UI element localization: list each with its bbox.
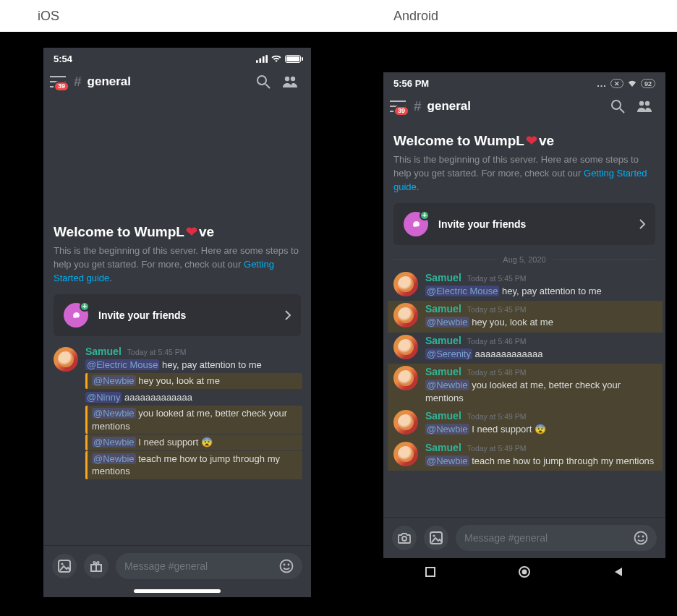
message[interactable]: SamuelToday at 5:49 PM@Newbie teach me h… [388, 440, 663, 471]
nav-recent-button[interactable] [425, 566, 436, 578]
search-icon [256, 74, 271, 89]
mention[interactable]: @Electric Mouse [425, 286, 499, 296]
mention[interactable]: @Newbie [425, 380, 469, 390]
mention[interactable]: @Newbie [425, 317, 469, 328]
message-placeholder: Message #general [464, 532, 548, 544]
message-line[interactable]: @Electric Mouse hey, pay attention to me [425, 283, 657, 299]
message-timestamp: Today at 5:48 PM [467, 368, 527, 377]
message-line[interactable]: @Newbie I need support 😨 [85, 435, 302, 450]
status-more-icon: ... [597, 78, 607, 89]
gallery-button[interactable] [424, 526, 448, 550]
mention[interactable]: @Serenity [425, 348, 472, 359]
svg-point-17 [639, 101, 644, 106]
wumpus-icon [409, 218, 422, 231]
message-line[interactable]: @Newbie teach me how to jump through my … [425, 453, 657, 469]
mention[interactable]: @Newbie [92, 408, 136, 419]
mention[interactable]: @Newbie [92, 375, 136, 386]
image-icon [430, 531, 443, 544]
heart-icon: ❤ [186, 223, 197, 240]
avatar[interactable] [393, 410, 418, 435]
message[interactable]: SamuelToday at 5:45 PM@Electric Mouse he… [388, 270, 663, 301]
emoji-button[interactable] [634, 531, 648, 545]
avatar[interactable] [393, 303, 418, 328]
mention[interactable]: @Newbie [92, 453, 136, 464]
message-input[interactable]: Message #general [116, 553, 302, 579]
message-author[interactable]: Samuel [425, 442, 461, 453]
message[interactable]: SamuelToday at 5:46 PM@Serenity aaaaaaaa… [388, 333, 663, 364]
svg-rect-0 [256, 60, 258, 63]
invite-label: Invite your friends [98, 309, 275, 321]
avatar[interactable] [393, 335, 418, 359]
message-author[interactable]: Samuel [85, 346, 122, 357]
ios-status-bar: 5:54 [43, 48, 311, 67]
svg-point-21 [433, 534, 435, 536]
channel-header: 39 # general [383, 92, 665, 124]
android-status-bar: 5:56 PM ... ✕ 92 [383, 72, 665, 92]
members-button[interactable] [279, 72, 301, 91]
message[interactable]: SamuelToday at 5:49 PM@Newbie I need sup… [388, 408, 663, 440]
hamburger-button[interactable]: 39 [388, 98, 408, 115]
message[interactable]: SamuelToday at 5:48 PM@Newbie you looked… [388, 364, 663, 408]
invite-card[interactable]: + Invite your friends [393, 203, 655, 245]
home-indicator[interactable] [134, 589, 221, 593]
message-line[interactable]: @Newbie you looked at me, better check y… [85, 406, 302, 434]
chevron-right-icon [639, 219, 645, 229]
message-line[interactable]: @Newbie hey you, look at me [85, 373, 302, 389]
message-list[interactable]: SamuelToday at 5:45 PM@Electric Mouse he… [383, 268, 665, 517]
channel-name: general [88, 74, 247, 89]
label-android: Android [393, 9, 438, 24]
plus-icon: + [420, 210, 430, 221]
message-timestamp: Today at 5:45 PM [467, 305, 527, 314]
hash-icon: # [74, 74, 82, 90]
channel-name: general [427, 99, 602, 114]
mention[interactable]: @Ninny [85, 392, 122, 403]
message-line[interactable]: @Serenity aaaaaaaaaaaaa [425, 346, 657, 362]
channel-header: 39 # general [43, 67, 311, 99]
message[interactable]: Samuel Today at 5:45 PM @Electric Mouse … [48, 343, 308, 482]
mention[interactable]: @Newbie [425, 424, 469, 435]
message-input[interactable]: Message #general [456, 525, 657, 551]
gift-icon [90, 560, 103, 573]
message-author[interactable]: Samuel [425, 410, 461, 422]
invite-label: Invite your friends [438, 218, 629, 230]
hamburger-button[interactable]: 39 [48, 73, 68, 90]
invite-card[interactable]: + Invite your friends [54, 294, 301, 336]
message-author[interactable]: Samuel [425, 303, 461, 315]
mention[interactable]: @Newbie [92, 437, 136, 448]
emoji-button[interactable] [279, 559, 294, 573]
message-author[interactable]: Samuel [425, 335, 461, 346]
message-placeholder: Message #general [124, 560, 208, 572]
welcome-text: This is the beginning of this server. He… [393, 153, 655, 194]
avatar[interactable] [393, 272, 418, 296]
svg-point-27 [521, 570, 527, 575]
gallery-button[interactable] [52, 554, 77, 578]
gift-button[interactable] [84, 554, 108, 578]
camera-button[interactable] [392, 526, 417, 550]
platform-labels: iOS Android [0, 0, 677, 32]
status-time: 5:54 [54, 54, 72, 64]
svg-point-23 [638, 536, 640, 538]
invite-icon: + [404, 212, 428, 236]
message-line[interactable]: @Ninny aaaaaaaaaaaaa [85, 390, 302, 406]
avatar[interactable] [54, 347, 78, 372]
nav-back-button[interactable] [613, 566, 624, 578]
mention[interactable]: @Electric Mouse [85, 359, 159, 370]
members-button[interactable] [634, 97, 655, 116]
search-button[interactable] [608, 96, 628, 116]
avatar[interactable] [393, 442, 418, 466]
message-line[interactable]: @Electric Mouse hey, pay attention to me [85, 357, 302, 373]
nav-home-button[interactable] [518, 565, 531, 578]
avatar[interactable] [393, 366, 418, 390]
message-line[interactable]: @Newbie you looked at me, better check y… [425, 377, 657, 406]
message-author[interactable]: Samuel [425, 272, 461, 283]
message-timestamp: Today at 5:45 PM [127, 348, 187, 356]
search-button[interactable] [253, 72, 273, 92]
message-line[interactable]: @Newbie hey you, look at me [425, 315, 657, 330]
message[interactable]: SamuelToday at 5:45 PM@Newbie hey you, l… [388, 301, 663, 333]
message-list[interactable]: Samuel Today at 5:45 PM @Electric Mouse … [43, 342, 311, 485]
message-author[interactable]: Samuel [425, 366, 461, 377]
mention[interactable]: @Newbie [425, 455, 469, 466]
message-line[interactable]: @Newbie teach me how to jump through my … [85, 451, 302, 479]
wifi-icon [271, 55, 281, 63]
message-line[interactable]: @Newbie I need support 😨 [425, 422, 657, 437]
